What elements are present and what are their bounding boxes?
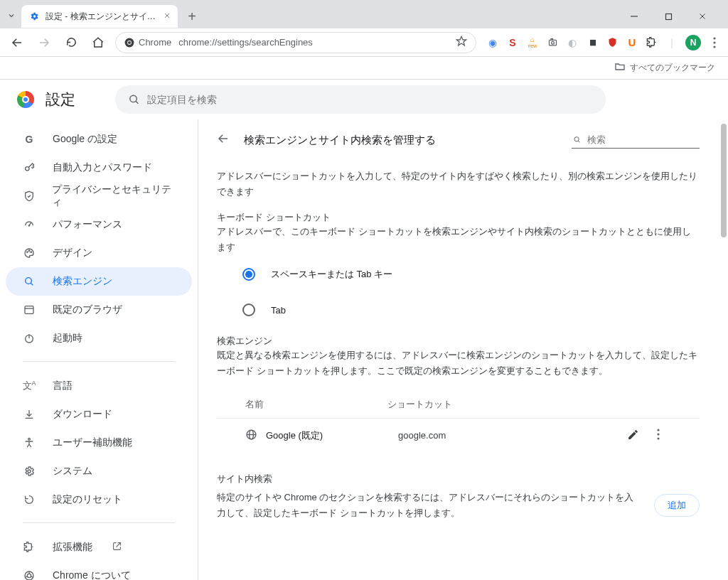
kebab-menu-icon[interactable] <box>708 36 721 49</box>
page-search-input[interactable] <box>587 134 698 145</box>
sidebar-item-reset[interactable]: 設定のリセット <box>6 485 192 514</box>
maximize-button[interactable] <box>653 6 684 27</box>
browser-tab[interactable]: 設定 - 検索エンジンとサイト内検索 <box>21 5 178 28</box>
sidebar-divider <box>23 361 175 362</box>
sidebar-item-search-engine[interactable]: 検索エンジン <box>6 267 192 296</box>
kbd-title: キーボード ショートカット <box>217 211 700 224</box>
scrollbar[interactable] <box>717 119 728 580</box>
ext-icon-4[interactable] <box>546 36 559 49</box>
bookmarks-bar: すべてのブックマーク <box>0 57 728 80</box>
sidebar-item-extensions[interactable]: 拡張機能 <box>6 533 192 562</box>
sidebar-item-performance[interactable]: パフォーマンス <box>6 210 192 239</box>
shield-icon <box>23 190 35 202</box>
close-window-button[interactable] <box>687 6 718 27</box>
browser-icon <box>23 304 36 316</box>
chrome-chip-label: Chrome <box>139 37 171 48</box>
sidebar-item-about[interactable]: Chrome について <box>6 562 192 580</box>
radio-label: Tab <box>271 305 286 316</box>
reload-button[interactable] <box>61 33 81 53</box>
search-icon <box>23 276 36 287</box>
engines-title: 検索エンジン <box>217 335 700 348</box>
settings-header: 設定 <box>0 80 728 119</box>
content: 検索エンジンとサイト内検索を管理する アドレスバーにショートカットを入力して、特… <box>198 119 728 580</box>
search-icon <box>128 93 140 106</box>
scrollbar-thumb[interactable] <box>721 124 727 237</box>
svg-line-19 <box>136 101 138 103</box>
sidebar-item-label: 起動時 <box>53 332 82 345</box>
titlebar: 設定 - 検索エンジンとサイト内検索 + <box>0 0 728 28</box>
settings-search-box[interactable] <box>115 85 606 114</box>
window-controls <box>619 6 722 27</box>
svg-point-15 <box>713 37 715 39</box>
forward-button[interactable] <box>34 33 54 53</box>
security-chip: Chrome <box>124 37 171 48</box>
omnibox[interactable]: Chrome chrome://settings/searchEngines <box>115 32 476 53</box>
sidebar-item-system[interactable]: システム <box>6 457 192 485</box>
engine-name: Google (既定) <box>266 429 398 442</box>
sidebar-item-label: システム <box>53 465 92 478</box>
site-search-row: 特定のサイトや Chrome のセクションを検索するには、アドレスバーにそれらの… <box>217 490 700 521</box>
sidebar: G Google の設定 自動入力とパスワード プライバシーとセキュリティ パフ… <box>0 119 198 580</box>
sidebar-item-label: 設定のリセット <box>53 493 122 506</box>
sidebar-item-label: Google の設定 <box>53 133 117 146</box>
sidebar-item-label: ユーザー補助機能 <box>53 436 132 449</box>
tab-title: 設定 - 検索エンジンとサイト内検索 <box>46 11 158 23</box>
profile-avatar[interactable]: N <box>685 35 701 50</box>
svg-point-10 <box>128 41 131 43</box>
ext-icon-5[interactable]: ◐ <box>566 36 579 49</box>
ext-icon-3[interactable]: ⌂new <box>526 36 539 49</box>
ext-icon-6[interactable]: ▮▮ <box>586 36 599 49</box>
col-shortcut: ショートカット <box>387 398 671 411</box>
table-row: Google (既定) google.com <box>217 418 700 453</box>
sidebar-item-startup[interactable]: 起動時 <box>6 324 192 353</box>
page-title: 検索エンジンとサイト内検索を管理する <box>244 134 436 147</box>
all-bookmarks-link[interactable]: すべてのブックマーク <box>630 62 715 74</box>
back-button[interactable] <box>7 33 27 53</box>
radio-option-tab[interactable]: Tab <box>242 304 700 316</box>
ext-icon-8[interactable]: U <box>626 36 638 49</box>
sidebar-item-autofill[interactable]: 自動入力とパスワード <box>6 154 192 182</box>
svg-line-43 <box>578 141 579 142</box>
sidebar-item-google[interactable]: G Google の設定 <box>6 125 192 154</box>
minimize-button[interactable] <box>619 6 650 27</box>
edit-button[interactable] <box>620 429 646 443</box>
bookmark-star-icon[interactable] <box>456 36 467 49</box>
settings-search-input[interactable] <box>147 94 593 105</box>
back-arrow-icon[interactable] <box>217 132 230 149</box>
sidebar-item-label: 言語 <box>53 380 73 392</box>
page-search[interactable] <box>572 133 700 149</box>
sidebar-item-language[interactable]: 文A 言語 <box>6 372 192 400</box>
sidebar-item-default-browser[interactable]: 既定のブラウザ <box>6 296 192 324</box>
svg-marker-11 <box>456 36 466 45</box>
description-text: アドレスバーにショートカットを入力して、特定のサイト内をすばやく検索したり、別の… <box>217 168 700 200</box>
google-g-icon: G <box>23 134 36 145</box>
search-icon <box>573 135 582 144</box>
svg-point-34 <box>28 438 31 440</box>
ext-icon-1[interactable]: ◉ <box>486 36 499 49</box>
sidebar-item-label: パフォーマンス <box>53 218 122 231</box>
sidebar-item-label: デザイン <box>53 247 92 259</box>
ext-icon-7[interactable] <box>606 36 619 49</box>
sidebar-item-label: 自動入力とパスワード <box>53 161 152 174</box>
sidebar-item-label: ダウンロード <box>53 408 112 421</box>
new-tab-button[interactable]: + <box>182 6 202 26</box>
ext-icon-2[interactable]: S <box>506 36 519 49</box>
speed-icon <box>23 219 36 230</box>
radio-option-space-or-tab[interactable]: スペースキーまたは Tab キー <box>242 268 700 281</box>
sidebar-item-downloads[interactable]: ダウンロード <box>6 400 192 429</box>
external-link-icon <box>112 542 122 553</box>
sidebar-item-privacy[interactable]: プライバシーとセキュリティ <box>6 182 192 210</box>
home-button[interactable] <box>88 33 108 53</box>
extensions-button[interactable] <box>646 36 658 49</box>
svg-point-18 <box>130 95 136 102</box>
svg-point-20 <box>26 167 29 171</box>
add-button[interactable]: 追加 <box>654 494 700 517</box>
close-icon[interactable] <box>164 11 171 21</box>
sidebar-divider <box>23 522 175 523</box>
sidebar-item-accessibility[interactable]: ユーザー補助機能 <box>6 429 192 457</box>
tab-list-chevron-icon[interactable] <box>6 11 17 22</box>
svg-point-37 <box>27 574 31 577</box>
kbd-desc: アドレスバーで、このキーボード ショートカットを検索エンジンやサイト内検索のショ… <box>217 224 700 255</box>
sidebar-item-design[interactable]: デザイン <box>6 239 192 267</box>
more-menu-icon[interactable] <box>646 429 671 442</box>
